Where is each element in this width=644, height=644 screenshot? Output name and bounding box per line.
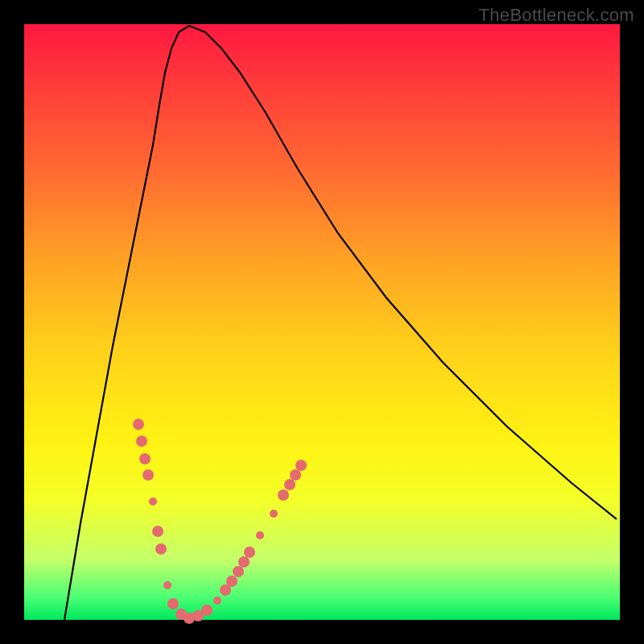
curve-bead (226, 576, 237, 587)
curve-bead (201, 605, 213, 616)
curve-bead (284, 479, 295, 490)
curve-bead (139, 453, 151, 464)
bottleneck-curve-svg (24, 24, 620, 620)
curve-bead (278, 489, 289, 501)
curve-bead (163, 581, 171, 589)
curve-bead (244, 547, 255, 558)
curve-bead (295, 460, 307, 471)
watermark-text: TheBottleneck.com (479, 5, 634, 26)
curve-bead (256, 531, 264, 539)
curve-bead (270, 510, 278, 518)
curve-bead (133, 419, 144, 430)
curve-bead (233, 566, 244, 577)
curve-bead (213, 597, 221, 605)
bottleneck-curve-path (64, 26, 617, 620)
curve-bead (136, 436, 147, 447)
curve-bead (149, 497, 157, 506)
curve-bead (155, 543, 167, 555)
curve-bead (290, 469, 301, 481)
curve-bead (142, 469, 154, 481)
curve-bead (167, 598, 179, 609)
chart-plot-area (24, 24, 620, 620)
curve-beads-group (133, 419, 307, 624)
curve-bead (152, 526, 163, 537)
curve-bead (238, 556, 250, 568)
